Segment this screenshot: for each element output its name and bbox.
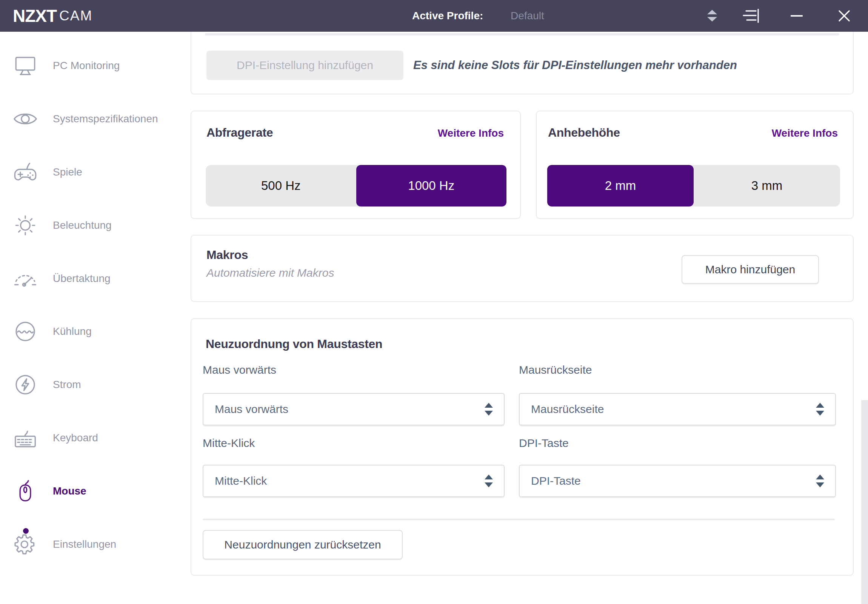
- active-profile-label: Active Profile:: [412, 0, 483, 32]
- eye-icon: [11, 105, 39, 133]
- mouse-back-dropdown[interactable]: Mausrückseite: [519, 393, 836, 425]
- middle-click-value: Mitte-Klick: [215, 475, 267, 488]
- sidebar-item-keyboard[interactable]: Keyboard: [0, 422, 191, 454]
- updown-arrows-icon: [815, 402, 825, 416]
- mouse-icon: [11, 477, 39, 505]
- sidebar-item-settings[interactable]: Einstellungen: [0, 528, 191, 560]
- sidebar-item-label: Spiele: [53, 166, 82, 178]
- nzxt-cam-window: DPI-Einstellung hinzufügen Es sind keine…: [0, 0, 868, 604]
- sidebar-item-label: Keyboard: [53, 432, 98, 444]
- sidebar-item-label: Einstellungen: [53, 538, 116, 550]
- active-profile-value[interactable]: Default: [511, 0, 544, 32]
- mouse-forward-label: Maus vorwärts: [203, 363, 276, 376]
- sidebar-item-label: Kühlung: [53, 325, 92, 337]
- sidebar-item-label: Strom: [53, 379, 81, 391]
- dpi-slider-remnant: [205, 33, 839, 36]
- add-macro-button[interactable]: Makro hinzufügen: [682, 255, 819, 284]
- mouse-back-label: Mausrückseite: [519, 363, 592, 376]
- sidebar-item-games[interactable]: Spiele: [0, 156, 191, 188]
- power-icon: [11, 371, 39, 399]
- updown-arrows-icon: [484, 402, 493, 416]
- updown-arrows-icon: [484, 474, 493, 488]
- middle-click-dropdown[interactable]: Mitte-Klick: [203, 465, 505, 497]
- sidebar-item-overclocking[interactable]: Übertaktung: [0, 263, 191, 295]
- macros-subtitle: Automatisiere mit Makros: [206, 267, 334, 279]
- polling-rate-toggle: 500 Hz 1000 Hz: [206, 165, 507, 207]
- logo-nzxt: NZXT: [13, 6, 57, 26]
- lift-off-more-info-link[interactable]: Weitere Infos: [772, 127, 838, 139]
- logo-cam: CAM: [59, 8, 93, 24]
- gauge-icon: [11, 265, 39, 293]
- vertical-scrollbar[interactable]: [861, 400, 868, 604]
- sidebar-item-lighting[interactable]: Beleuchtung: [0, 210, 191, 241]
- profile-menu-icon[interactable]: [741, 0, 761, 32]
- sidebar-item-system-specs[interactable]: Systemspezifikationen: [0, 103, 191, 135]
- dpi-button-label: DPI-Taste: [519, 437, 569, 450]
- dpi-button-dropdown[interactable]: DPI-Taste: [519, 465, 836, 497]
- updown-arrows-icon: [815, 474, 825, 488]
- lift-off-title: Anhebehöhe: [548, 126, 620, 140]
- app-logo: NZXT CAM: [13, 0, 93, 32]
- sidebar-item-power[interactable]: Strom: [0, 369, 191, 401]
- keyboard-icon: [11, 424, 39, 452]
- sun-icon: [11, 211, 39, 239]
- sidebar-item-label: PC Monitoring: [53, 60, 119, 72]
- polling-rate-option-500hz[interactable]: 500 Hz: [206, 165, 356, 207]
- polling-rate-title: Abfragerate: [206, 126, 273, 140]
- minimize-button[interactable]: [787, 0, 806, 32]
- sidebar-item-mouse[interactable]: Mouse: [0, 475, 191, 507]
- lift-off-distance-card: Anhebehöhe Weitere Infos 2 mm 3 mm: [536, 110, 854, 219]
- mouse-forward-value: Maus vorwärts: [215, 403, 288, 416]
- polling-rate-option-1000hz[interactable]: 1000 Hz: [356, 165, 507, 207]
- lift-off-option-2mm[interactable]: 2 mm: [547, 165, 694, 207]
- cooling-icon: [11, 317, 39, 345]
- button-remap-title: Neuzuordnung von Maustasten: [206, 337, 382, 351]
- monitor-icon: [11, 52, 39, 80]
- sidebar-item-label: Systemspezifikationen: [53, 113, 158, 125]
- close-button[interactable]: [834, 0, 854, 32]
- dpi-button-value: DPI-Taste: [531, 475, 581, 488]
- gamepad-icon: [11, 158, 39, 186]
- reset-remappings-button[interactable]: Neuzuordnungen zurücksetzen: [203, 530, 403, 559]
- macros-card: Makros Automatisiere mit Makros Makro hi…: [191, 235, 854, 302]
- titlebar: NZXT CAM Active Profile: Default: [0, 0, 868, 32]
- middle-click-label: Mitte-Klick: [203, 437, 255, 450]
- dpi-no-slots-note: Es sind keine Slots für DPI-Einstellunge…: [413, 51, 737, 80]
- sidebar-item-label: Übertaktung: [53, 273, 110, 285]
- add-dpi-setting-button[interactable]: DPI-Einstellung hinzufügen: [206, 51, 403, 80]
- sidebar: PC Monitoring Systemspezifikationen: [0, 32, 191, 604]
- mouse-back-value: Mausrückseite: [531, 403, 604, 416]
- mouse-forward-dropdown[interactable]: Maus vorwärts: [203, 393, 505, 425]
- sidebar-item-pc-monitoring[interactable]: PC Monitoring: [0, 50, 191, 82]
- lift-off-toggle: 2 mm 3 mm: [547, 165, 840, 207]
- polling-rate-more-info-link[interactable]: Weitere Infos: [438, 127, 504, 139]
- gear-icon: [11, 530, 39, 558]
- macros-title: Makros: [206, 248, 248, 262]
- sidebar-item-cooling[interactable]: Kühlung: [0, 315, 191, 347]
- button-remap-card: Neuzuordnung von Maustasten Maus vorwärt…: [191, 318, 854, 576]
- lift-off-option-3mm[interactable]: 3 mm: [694, 165, 840, 207]
- polling-rate-card: Abfragerate Weitere Infos 500 Hz 1000 Hz: [191, 110, 521, 219]
- remap-divider: [203, 519, 835, 520]
- sidebar-item-label: Mouse: [53, 485, 87, 497]
- profile-updown-icon[interactable]: [703, 0, 722, 32]
- sidebar-item-label: Beleuchtung: [53, 219, 112, 231]
